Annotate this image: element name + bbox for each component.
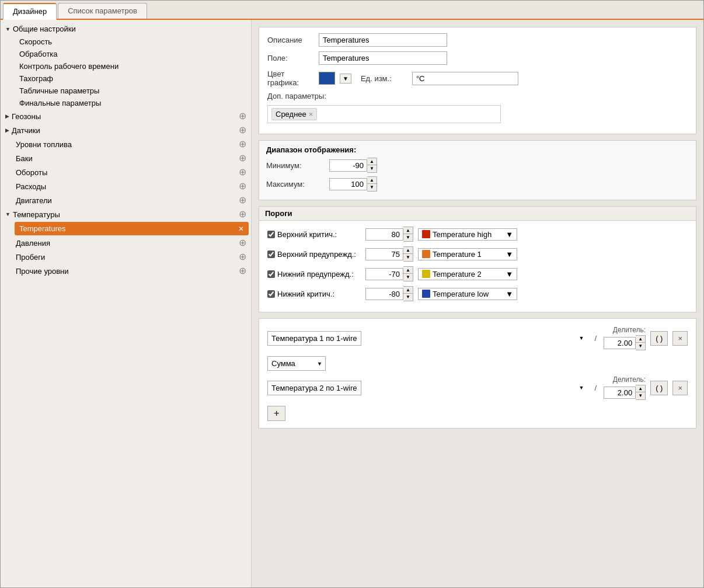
max-input[interactable] xyxy=(329,178,367,190)
min-down-btn[interactable]: ▼ xyxy=(367,165,377,172)
threshold-event-2[interactable]: Temperature 1 ▼ xyxy=(418,248,517,260)
threshold-check-3[interactable] xyxy=(267,270,275,278)
formula-select-2[interactable]: Температура 2 по 1-wire xyxy=(267,381,361,395)
sidebar-item-table-params[interactable]: Табличные параметры xyxy=(1,85,251,97)
threshold-label-4[interactable]: Нижний критич.: xyxy=(267,290,361,298)
sidebar-item-pressure[interactable]: Давления ⊕ xyxy=(1,236,251,250)
event-dropdown-arrow-2: ▼ xyxy=(506,250,513,259)
add-btn-row: + xyxy=(267,406,688,421)
color-label: Цвет графика: xyxy=(267,69,314,87)
threshold-2-down[interactable]: ▼ xyxy=(403,254,413,261)
threshold-4-down[interactable]: ▼ xyxy=(403,294,413,301)
threshold-check-1[interactable] xyxy=(267,231,275,238)
threshold-input-1[interactable] xyxy=(365,228,403,241)
tag-close-btn[interactable]: × xyxy=(309,110,313,119)
sidebar-item-tanks[interactable]: Баки ⊕ xyxy=(1,151,251,165)
sidebar-item-fuel-levels[interactable]: Уровни топлива ⊕ xyxy=(1,137,251,151)
geozones-add-btn[interactable]: ⊕ xyxy=(239,112,246,121)
temperatures-close-btn[interactable]: ✕ xyxy=(238,225,244,233)
right-panel: Описание Поле: Цвет графика: ▼ Ед. изм.:… xyxy=(252,20,703,587)
threshold-check-2[interactable] xyxy=(267,250,275,258)
sensors-add-btn[interactable]: ⊕ xyxy=(239,126,246,135)
divisor-spinner-2: ▲ ▼ xyxy=(604,385,646,400)
sidebar-item-temperatures-selected[interactable]: Temperatures ✕ xyxy=(15,222,249,235)
sidebar-item-rpm[interactable]: Обороты ⊕ xyxy=(1,165,251,179)
formula-paren-btn-1[interactable]: ( ) xyxy=(650,331,668,346)
sidebar-section-general[interactable]: Общие настройки xyxy=(1,22,251,36)
threshold-event-4[interactable]: Temperature low ▼ xyxy=(418,288,517,300)
formula-select-1[interactable]: Температура 1 по 1-wire xyxy=(267,331,361,346)
sidebar-item-final-params[interactable]: Финальные параметры xyxy=(1,97,251,109)
engines-add-btn[interactable]: ⊕ xyxy=(239,196,246,205)
add-formula-btn[interactable]: + xyxy=(267,406,285,421)
threshold-3-up[interactable]: ▲ xyxy=(403,267,413,274)
rpm-add-btn[interactable]: ⊕ xyxy=(239,168,246,177)
threshold-input-4[interactable] xyxy=(365,288,403,300)
unit-input[interactable] xyxy=(412,72,518,85)
tab-params-list[interactable]: Список параметров xyxy=(58,3,147,19)
threshold-3-down[interactable]: ▼ xyxy=(403,274,413,281)
threshold-input-2[interactable] xyxy=(365,248,403,260)
min-input[interactable] xyxy=(329,159,367,172)
divisor-1-up[interactable]: ▲ xyxy=(636,336,645,343)
fuel-levels-add-btn[interactable]: ⊕ xyxy=(239,140,246,149)
max-down-btn[interactable]: ▼ xyxy=(367,184,377,191)
sidebar-section-geozones[interactable]: Геозоны ⊕ xyxy=(1,109,251,123)
sum-select[interactable]: Сумма xyxy=(267,356,326,371)
max-up-btn[interactable]: ▲ xyxy=(367,177,377,184)
sidebar-item-work-control[interactable]: Контроль рабочего времени xyxy=(1,60,251,72)
threshold-label-1[interactable]: Верхний критич.: xyxy=(267,230,361,239)
sidebar-item-tachograph[interactable]: Тахограф xyxy=(1,72,251,85)
color-dropdown-arrow[interactable]: ▼ xyxy=(340,74,351,83)
threshold-4-up[interactable]: ▲ xyxy=(403,287,413,294)
divisor-group-1: Делитель: ▲ ▼ xyxy=(604,326,646,350)
threshold-1-up[interactable]: ▲ xyxy=(403,227,413,234)
threshold-1-down[interactable]: ▼ xyxy=(403,234,413,241)
threshold-row-1: Верхний критич.: ▲ ▼ Te xyxy=(267,227,688,242)
color-swatch[interactable] xyxy=(319,72,335,85)
event-icon-1 xyxy=(422,230,430,238)
divisor-input-1[interactable] xyxy=(604,337,636,349)
threshold-event-3[interactable]: Temperature 2 ▼ xyxy=(418,268,517,280)
threshold-event-1[interactable]: Temperature high ▼ xyxy=(418,228,517,241)
threshold-input-3[interactable] xyxy=(365,268,403,280)
consumption-add-btn[interactable]: ⊕ xyxy=(239,182,246,191)
max-row: Максимум: ▲ ▼ xyxy=(266,176,689,192)
event-icon-4 xyxy=(422,290,430,298)
sidebar-item-engines[interactable]: Двигатели ⊕ xyxy=(1,193,251,207)
formula-row-1: Температура 1 по 1-wire / Делитель: ▲ ▼ xyxy=(267,326,688,350)
divisor-2-up[interactable]: ▲ xyxy=(636,385,645,392)
temperatures-add-btn[interactable]: ⊕ xyxy=(239,210,246,219)
tanks-add-btn[interactable]: ⊕ xyxy=(239,154,246,163)
field-input[interactable] xyxy=(319,51,447,65)
tab-designer[interactable]: Дизайнер xyxy=(3,3,57,20)
description-input[interactable] xyxy=(319,33,447,47)
sidebar-item-mileage[interactable]: Пробеги ⊕ xyxy=(1,250,251,264)
threshold-2-up[interactable]: ▲ xyxy=(403,247,413,254)
sidebar-item-speed[interactable]: Скорость xyxy=(1,36,251,48)
sidebar-section-sensors[interactable]: Датчики ⊕ xyxy=(1,123,251,137)
formula-x-btn-2[interactable]: × xyxy=(672,381,688,395)
other-levels-add-btn[interactable]: ⊕ xyxy=(239,266,246,276)
extra-tags-container: Среднее × xyxy=(267,105,501,123)
formula-paren-btn-2[interactable]: ( ) xyxy=(650,381,668,395)
sidebar-item-other-levels[interactable]: Прочие уровни ⊕ xyxy=(1,264,251,278)
unit-label: Ед. изм.: xyxy=(361,74,407,83)
threshold-label-3[interactable]: Нижний предупрежд.: xyxy=(267,270,361,279)
formula-x-btn-1[interactable]: × xyxy=(672,331,688,346)
pressure-add-btn[interactable]: ⊕ xyxy=(239,238,246,248)
threshold-label-2[interactable]: Верхний предупрежд.: xyxy=(267,250,361,259)
event-dropdown-arrow-4: ▼ xyxy=(506,290,513,298)
divisor-1-down[interactable]: ▼ xyxy=(636,343,645,350)
min-up-btn[interactable]: ▲ xyxy=(367,158,377,165)
sidebar-section-temperatures[interactable]: Температуры ⊕ xyxy=(1,207,251,221)
threshold-check-4[interactable] xyxy=(267,290,275,298)
threshold-row-3: Нижний предупрежд.: ▲ ▼ xyxy=(267,266,688,281)
divisor-2-down[interactable]: ▼ xyxy=(636,392,645,399)
mileage-add-btn[interactable]: ⊕ xyxy=(239,252,246,262)
sidebar-item-processing[interactable]: Обработка xyxy=(1,48,251,60)
formula-divider-2: / xyxy=(593,384,600,392)
formula-select-wrapper-1: Температура 1 по 1-wire xyxy=(267,331,588,346)
sidebar-item-consumption[interactable]: Расходы ⊕ xyxy=(1,179,251,193)
divisor-input-2[interactable] xyxy=(604,387,636,399)
